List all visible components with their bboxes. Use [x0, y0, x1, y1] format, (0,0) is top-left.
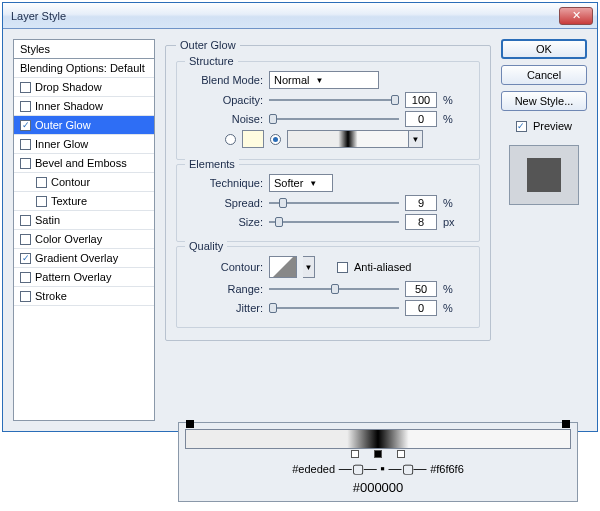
blending-options-row[interactable]: Blending Options: Default [14, 59, 154, 78]
style-item-label: Contour [51, 176, 90, 188]
checkbox[interactable]: ✓ [20, 120, 31, 131]
style-item-color-overlay[interactable]: Color Overlay [14, 230, 154, 249]
color-stop-left[interactable] [351, 450, 359, 458]
contour-picker[interactable] [269, 256, 297, 278]
anti-aliased-label: Anti-aliased [354, 261, 411, 273]
contour-label: Contour: [185, 261, 263, 273]
checkbox[interactable] [36, 177, 47, 188]
noise-slider[interactable] [269, 112, 399, 126]
checkbox[interactable]: ✓ [20, 253, 31, 264]
size-label: Size: [185, 216, 263, 228]
blend-mode-select[interactable]: Normal▼ [269, 71, 379, 89]
checkbox[interactable] [20, 291, 31, 302]
style-item-stroke[interactable]: Stroke [14, 287, 154, 306]
technique-select[interactable]: Softer▼ [269, 174, 333, 192]
checkbox[interactable] [20, 215, 31, 226]
chevron-down-icon[interactable]: ▼ [408, 131, 422, 147]
right-column: OK Cancel New Style... ✓ Preview [501, 39, 587, 421]
spread-input[interactable]: 9 [405, 195, 437, 211]
checkbox[interactable] [20, 82, 31, 93]
chevron-down-icon: ▼ [309, 179, 317, 188]
gradient-radio[interactable] [270, 134, 281, 145]
titlebar[interactable]: Layer Style ✕ [3, 3, 597, 29]
noise-label: Noise: [185, 113, 263, 125]
layer-style-dialog: Layer Style ✕ Styles Blending Options: D… [2, 2, 598, 432]
style-item-label: Outer Glow [35, 119, 91, 131]
spread-slider[interactable] [269, 196, 399, 210]
style-item-satin[interactable]: Satin [14, 211, 154, 230]
preview-box [509, 145, 579, 205]
opacity-slider[interactable] [269, 93, 399, 107]
style-item-contour[interactable]: Contour [14, 173, 154, 192]
checkbox[interactable] [20, 101, 31, 112]
checkbox[interactable] [36, 196, 47, 207]
preview-label: Preview [533, 120, 572, 132]
quality-section: Quality Contour: ▼ Anti-aliased Range: 5… [176, 246, 480, 328]
structure-section: Structure Blend Mode: Normal▼ Opacity: 1… [176, 61, 480, 160]
outer-glow-group: Outer Glow Structure Blend Mode: Normal▼… [165, 39, 491, 341]
style-item-label: Stroke [35, 290, 67, 302]
style-item-label: Bevel and Emboss [35, 157, 127, 169]
gradient-picker[interactable]: ▼ [287, 130, 423, 148]
jitter-input[interactable]: 0 [405, 300, 437, 316]
color-stop-right[interactable] [397, 450, 405, 458]
color-stop-center[interactable] [374, 450, 382, 458]
gradient-editor-strip: #ededed —▢— ▪ —▢— #f6f6f6 #000000 [178, 422, 578, 502]
anti-aliased-checkbox[interactable] [337, 262, 348, 273]
gradient-bar[interactable] [185, 429, 571, 449]
style-item-label: Texture [51, 195, 87, 207]
styles-header[interactable]: Styles [14, 40, 154, 59]
style-item-drop-shadow[interactable]: Drop Shadow [14, 78, 154, 97]
checkbox[interactable] [20, 158, 31, 169]
range-slider[interactable] [269, 282, 399, 296]
style-item-bevel-and-emboss[interactable]: Bevel and Emboss [14, 154, 154, 173]
style-item-label: Satin [35, 214, 60, 226]
style-item-label: Drop Shadow [35, 81, 102, 93]
opacity-stop-right[interactable] [562, 420, 570, 428]
close-button[interactable]: ✕ [559, 7, 593, 25]
opacity-stop-left[interactable] [186, 420, 194, 428]
style-item-label: Inner Shadow [35, 100, 103, 112]
gradient-annotation-row: #ededed —▢— ▪ —▢— #f6f6f6 [185, 461, 571, 476]
size-input[interactable]: 8 [405, 214, 437, 230]
chevron-down-icon[interactable]: ▼ [303, 256, 315, 278]
ok-button[interactable]: OK [501, 39, 587, 59]
checkbox[interactable] [20, 234, 31, 245]
gradient-preview [288, 131, 408, 147]
range-input[interactable]: 50 [405, 281, 437, 297]
style-item-label: Gradient Overlay [35, 252, 118, 264]
opacity-input[interactable]: 100 [405, 92, 437, 108]
noise-input[interactable]: 0 [405, 111, 437, 127]
elements-section: Elements Technique: Softer▼ Spread: 9 % … [176, 164, 480, 242]
style-item-label: Inner Glow [35, 138, 88, 150]
size-slider[interactable] [269, 215, 399, 229]
opacity-label: Opacity: [185, 94, 263, 106]
main-panel: Outer Glow Structure Blend Mode: Normal▼… [165, 39, 491, 421]
style-item-pattern-overlay[interactable]: Pattern Overlay [14, 268, 154, 287]
checkbox[interactable] [20, 139, 31, 150]
blend-mode-label: Blend Mode: [185, 74, 263, 86]
color-radio[interactable] [225, 134, 236, 145]
cancel-button[interactable]: Cancel [501, 65, 587, 85]
preview-swatch [527, 158, 561, 192]
jitter-slider[interactable] [269, 301, 399, 315]
spread-label: Spread: [185, 197, 263, 209]
close-icon: ✕ [572, 9, 581, 22]
styles-panel: Styles Blending Options: Default Drop Sh… [13, 39, 155, 421]
group-title: Outer Glow [176, 39, 240, 51]
style-item-gradient-overlay[interactable]: ✓Gradient Overlay [14, 249, 154, 268]
style-item-texture[interactable]: Texture [14, 192, 154, 211]
color-swatch[interactable] [242, 130, 264, 148]
style-item-inner-shadow[interactable]: Inner Shadow [14, 97, 154, 116]
style-item-inner-glow[interactable]: Inner Glow [14, 135, 154, 154]
preview-checkbox[interactable]: ✓ [516, 121, 527, 132]
style-item-outer-glow[interactable]: ✓Outer Glow [14, 116, 154, 135]
style-item-label: Pattern Overlay [35, 271, 111, 283]
checkbox[interactable] [20, 272, 31, 283]
chevron-down-icon: ▼ [315, 76, 323, 85]
range-label: Range: [185, 283, 263, 295]
style-item-label: Color Overlay [35, 233, 102, 245]
dialog-title: Layer Style [11, 10, 66, 22]
jitter-label: Jitter: [185, 302, 263, 314]
new-style-button[interactable]: New Style... [501, 91, 587, 111]
